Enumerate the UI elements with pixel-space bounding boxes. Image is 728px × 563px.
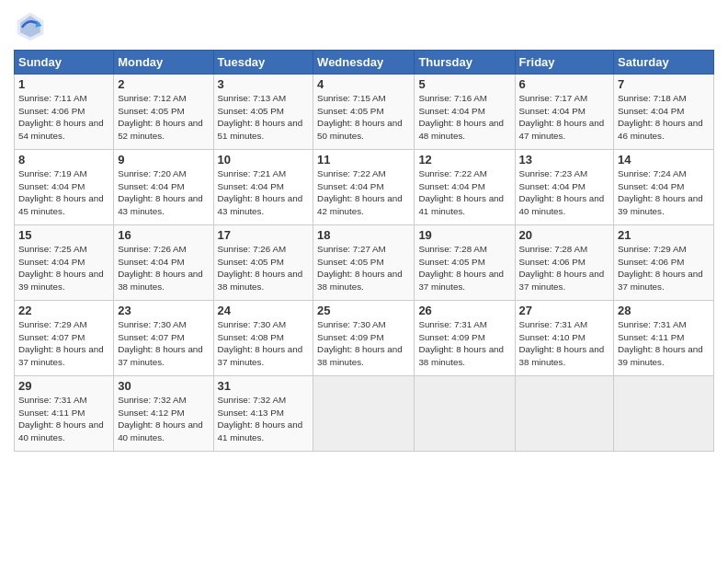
logo-icon <box>14 9 47 42</box>
day-cell: 22Sunrise: 7:29 AM Sunset: 4:07 PM Dayli… <box>15 301 114 376</box>
day-cell: 17Sunrise: 7:26 AM Sunset: 4:05 PM Dayli… <box>213 225 313 301</box>
day-info: Sunrise: 7:24 AM Sunset: 4:04 PM Dayligh… <box>618 167 710 218</box>
day-info: Sunrise: 7:22 AM Sunset: 4:04 PM Dayligh… <box>418 167 510 218</box>
day-cell: 25Sunrise: 7:30 AM Sunset: 4:09 PM Dayli… <box>313 301 415 376</box>
day-cell: 2Sunrise: 7:12 AM Sunset: 4:05 PM Daylig… <box>114 75 213 150</box>
calendar-body: 1Sunrise: 7:11 AM Sunset: 4:06 PM Daylig… <box>15 75 714 452</box>
day-cell: 1Sunrise: 7:11 AM Sunset: 4:06 PM Daylig… <box>15 75 114 150</box>
day-info: Sunrise: 7:26 AM Sunset: 4:04 PM Dayligh… <box>118 243 209 293</box>
day-cell: 29Sunrise: 7:31 AM Sunset: 4:11 PM Dayli… <box>15 376 114 452</box>
day-number: 25 <box>317 304 410 317</box>
day-info: Sunrise: 7:30 AM Sunset: 4:07 PM Dayligh… <box>118 318 209 369</box>
day-number: 28 <box>618 304 710 317</box>
day-cell <box>614 376 714 452</box>
day-number: 7 <box>618 77 710 91</box>
week-row-2: 8Sunrise: 7:19 AM Sunset: 4:04 PM Daylig… <box>15 150 714 225</box>
day-header-wednesday: Wednesday <box>313 51 415 75</box>
day-number: 29 <box>18 379 109 393</box>
day-header-tuesday: Tuesday <box>213 51 313 75</box>
day-number: 9 <box>118 153 209 167</box>
day-cell: 28Sunrise: 7:31 AM Sunset: 4:11 PM Dayli… <box>614 301 714 376</box>
day-info: Sunrise: 7:29 AM Sunset: 4:07 PM Dayligh… <box>18 318 109 369</box>
day-cell: 31Sunrise: 7:32 AM Sunset: 4:13 PM Dayli… <box>213 376 313 452</box>
day-cell: 24Sunrise: 7:30 AM Sunset: 4:08 PM Dayli… <box>213 301 313 376</box>
day-info: Sunrise: 7:28 AM Sunset: 4:06 PM Dayligh… <box>519 243 610 293</box>
day-number: 19 <box>418 228 510 242</box>
day-cell: 27Sunrise: 7:31 AM Sunset: 4:10 PM Dayli… <box>515 301 614 376</box>
day-number: 23 <box>118 304 209 317</box>
day-info: Sunrise: 7:13 AM Sunset: 4:05 PM Dayligh… <box>218 92 310 143</box>
day-number: 22 <box>18 304 109 317</box>
day-info: Sunrise: 7:22 AM Sunset: 4:04 PM Dayligh… <box>317 167 410 218</box>
page-container: SundayMondayTuesdayWednesdayThursdayFrid… <box>0 0 728 456</box>
day-info: Sunrise: 7:32 AM Sunset: 4:12 PM Dayligh… <box>118 394 209 444</box>
day-number: 20 <box>519 228 610 242</box>
week-row-4: 22Sunrise: 7:29 AM Sunset: 4:07 PM Dayli… <box>15 301 714 376</box>
day-cell <box>515 376 614 452</box>
day-cell: 18Sunrise: 7:27 AM Sunset: 4:05 PM Dayli… <box>313 225 415 301</box>
day-cell: 14Sunrise: 7:24 AM Sunset: 4:04 PM Dayli… <box>614 150 714 225</box>
day-info: Sunrise: 7:32 AM Sunset: 4:13 PM Dayligh… <box>218 394 310 444</box>
header <box>14 9 714 42</box>
day-cell: 16Sunrise: 7:26 AM Sunset: 4:04 PM Dayli… <box>114 225 213 301</box>
day-cell: 20Sunrise: 7:28 AM Sunset: 4:06 PM Dayli… <box>515 225 614 301</box>
day-info: Sunrise: 7:25 AM Sunset: 4:04 PM Dayligh… <box>18 243 109 293</box>
day-number: 6 <box>519 77 610 91</box>
day-info: Sunrise: 7:30 AM Sunset: 4:08 PM Dayligh… <box>218 318 310 369</box>
day-info: Sunrise: 7:18 AM Sunset: 4:04 PM Dayligh… <box>618 92 710 143</box>
day-number: 11 <box>317 153 410 167</box>
week-row-1: 1Sunrise: 7:11 AM Sunset: 4:06 PM Daylig… <box>15 75 714 150</box>
day-number: 8 <box>18 153 109 167</box>
day-info: Sunrise: 7:31 AM Sunset: 4:11 PM Dayligh… <box>618 318 710 369</box>
week-row-3: 15Sunrise: 7:25 AM Sunset: 4:04 PM Dayli… <box>15 225 714 301</box>
day-info: Sunrise: 7:15 AM Sunset: 4:05 PM Dayligh… <box>317 92 410 143</box>
day-cell: 3Sunrise: 7:13 AM Sunset: 4:05 PM Daylig… <box>213 75 313 150</box>
day-cell <box>415 376 515 452</box>
day-cell: 5Sunrise: 7:16 AM Sunset: 4:04 PM Daylig… <box>415 75 515 150</box>
day-cell: 26Sunrise: 7:31 AM Sunset: 4:09 PM Dayli… <box>415 301 515 376</box>
day-number: 14 <box>618 153 710 167</box>
day-cell: 11Sunrise: 7:22 AM Sunset: 4:04 PM Dayli… <box>313 150 415 225</box>
day-number: 17 <box>218 228 310 242</box>
day-header-saturday: Saturday <box>614 51 714 75</box>
day-info: Sunrise: 7:30 AM Sunset: 4:09 PM Dayligh… <box>317 318 410 369</box>
day-cell: 21Sunrise: 7:29 AM Sunset: 4:06 PM Dayli… <box>614 225 714 301</box>
day-header-friday: Friday <box>515 51 614 75</box>
day-number: 26 <box>418 304 510 317</box>
day-info: Sunrise: 7:21 AM Sunset: 4:04 PM Dayligh… <box>218 167 310 218</box>
day-info: Sunrise: 7:31 AM Sunset: 4:11 PM Dayligh… <box>18 394 109 444</box>
day-number: 24 <box>218 304 310 317</box>
day-info: Sunrise: 7:27 AM Sunset: 4:05 PM Dayligh… <box>317 243 410 293</box>
day-info: Sunrise: 7:12 AM Sunset: 4:05 PM Dayligh… <box>118 92 209 143</box>
day-number: 30 <box>118 379 209 393</box>
day-info: Sunrise: 7:31 AM Sunset: 4:09 PM Dayligh… <box>418 318 510 369</box>
day-info: Sunrise: 7:11 AM Sunset: 4:06 PM Dayligh… <box>18 92 109 143</box>
day-cell: 23Sunrise: 7:30 AM Sunset: 4:07 PM Dayli… <box>114 301 213 376</box>
day-cell: 19Sunrise: 7:28 AM Sunset: 4:05 PM Dayli… <box>415 225 515 301</box>
day-number: 15 <box>18 228 109 242</box>
day-number: 1 <box>18 77 109 91</box>
day-info: Sunrise: 7:29 AM Sunset: 4:06 PM Dayligh… <box>618 243 710 293</box>
day-cell: 15Sunrise: 7:25 AM Sunset: 4:04 PM Dayli… <box>15 225 114 301</box>
day-number: 27 <box>519 304 610 317</box>
day-number: 18 <box>317 228 410 242</box>
day-number: 31 <box>218 379 310 393</box>
day-number: 4 <box>317 77 410 91</box>
days-of-week-row: SundayMondayTuesdayWednesdayThursdayFrid… <box>15 51 714 75</box>
day-cell: 4Sunrise: 7:15 AM Sunset: 4:05 PM Daylig… <box>313 75 415 150</box>
day-info: Sunrise: 7:20 AM Sunset: 4:04 PM Dayligh… <box>118 167 209 218</box>
day-info: Sunrise: 7:16 AM Sunset: 4:04 PM Dayligh… <box>418 92 510 143</box>
day-info: Sunrise: 7:26 AM Sunset: 4:05 PM Dayligh… <box>218 243 310 293</box>
day-cell: 9Sunrise: 7:20 AM Sunset: 4:04 PM Daylig… <box>114 150 213 225</box>
day-cell: 13Sunrise: 7:23 AM Sunset: 4:04 PM Dayli… <box>515 150 614 225</box>
day-header-thursday: Thursday <box>415 51 515 75</box>
day-cell: 10Sunrise: 7:21 AM Sunset: 4:04 PM Dayli… <box>213 150 313 225</box>
logo <box>14 9 51 42</box>
day-number: 12 <box>418 153 510 167</box>
day-cell: 12Sunrise: 7:22 AM Sunset: 4:04 PM Dayli… <box>415 150 515 225</box>
day-cell: 30Sunrise: 7:32 AM Sunset: 4:12 PM Dayli… <box>114 376 213 452</box>
day-header-sunday: Sunday <box>15 51 114 75</box>
day-number: 10 <box>218 153 310 167</box>
day-info: Sunrise: 7:23 AM Sunset: 4:04 PM Dayligh… <box>519 167 610 218</box>
week-row-5: 29Sunrise: 7:31 AM Sunset: 4:11 PM Dayli… <box>15 376 714 452</box>
